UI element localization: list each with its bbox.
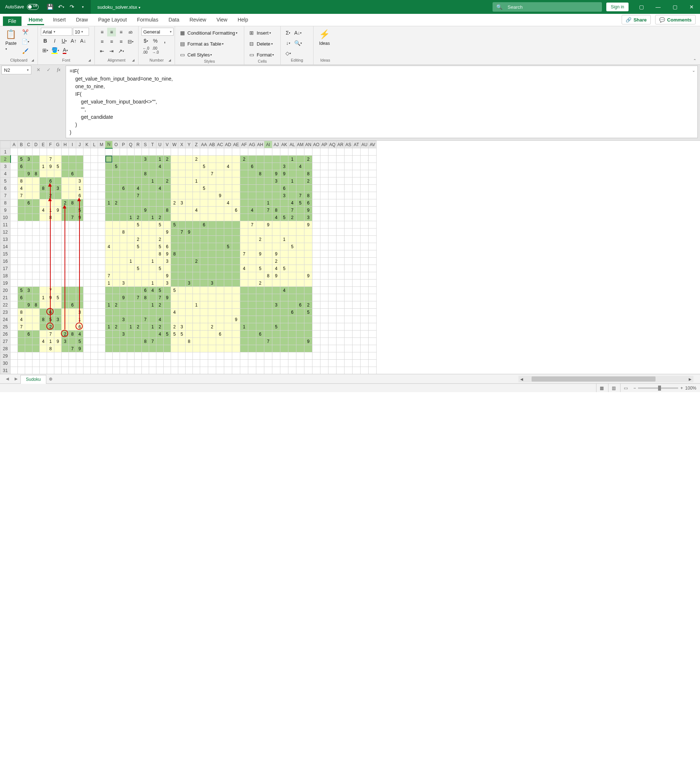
insert-cells-button[interactable]: ⊞Insert ▾ [247, 28, 274, 37]
cell[interactable] [232, 294, 240, 301]
cell[interactable] [11, 178, 18, 185]
cell[interactable] [345, 272, 353, 279]
row-header[interactable]: 29 [0, 352, 11, 360]
cell[interactable] [224, 272, 232, 279]
cell[interactable] [216, 287, 224, 294]
cell[interactable]: 2 [134, 236, 142, 243]
cell[interactable]: 7 [142, 316, 149, 323]
cell[interactable] [142, 178, 149, 185]
cell[interactable] [224, 236, 232, 243]
cell[interactable] [312, 338, 320, 345]
cell[interactable] [312, 214, 320, 221]
cell[interactable] [40, 199, 47, 207]
cell[interactable] [224, 345, 232, 352]
cell[interactable] [98, 148, 105, 156]
cell[interactable] [208, 250, 216, 257]
cell[interactable] [69, 221, 76, 228]
cell[interactable] [120, 207, 127, 214]
cell[interactable] [272, 221, 280, 228]
cell[interactable]: 4 [156, 163, 164, 170]
cell[interactable] [232, 345, 240, 352]
cell[interactable] [83, 338, 91, 345]
cell[interactable] [127, 192, 134, 199]
cell[interactable] [134, 250, 142, 257]
cell[interactable] [164, 170, 171, 178]
cell[interactable] [264, 265, 272, 272]
cell[interactable]: 3 [280, 192, 288, 199]
cell[interactable] [216, 367, 224, 374]
cell[interactable] [156, 228, 164, 236]
cell[interactable]: 3 [305, 214, 312, 221]
cell[interactable] [11, 265, 18, 272]
cell[interactable] [186, 257, 193, 265]
cell[interactable] [62, 367, 69, 374]
cell[interactable] [11, 163, 18, 170]
cell[interactable] [312, 192, 320, 199]
cell[interactable] [232, 287, 240, 294]
col-header[interactable]: H [62, 141, 69, 148]
cell[interactable] [127, 243, 134, 250]
align-middle-icon[interactable]: ≡ [107, 28, 116, 36]
cell[interactable] [25, 265, 33, 272]
cell[interactable] [186, 148, 193, 156]
cell[interactable] [171, 367, 178, 374]
cell[interactable] [216, 214, 224, 221]
cell[interactable] [297, 352, 305, 360]
cell[interactable] [248, 250, 256, 257]
cell[interactable] [305, 294, 312, 301]
font-size-combo[interactable]: 10▾ [73, 28, 89, 36]
cell[interactable] [272, 148, 280, 156]
cell[interactable] [11, 287, 18, 294]
cell[interactable] [178, 250, 186, 257]
cell[interactable] [280, 156, 288, 163]
cell[interactable] [171, 163, 178, 170]
cell[interactable] [224, 192, 232, 199]
cell[interactable] [280, 360, 288, 367]
cell[interactable] [91, 316, 98, 323]
cell[interactable]: 4 [224, 163, 232, 170]
cell[interactable] [361, 272, 369, 279]
cell[interactable] [336, 301, 345, 309]
cell[interactable] [134, 331, 142, 338]
cell[interactable] [345, 148, 353, 156]
cell[interactable] [98, 170, 105, 178]
cell[interactable] [361, 243, 369, 250]
cell[interactable]: 1 [149, 279, 156, 287]
cell[interactable] [98, 250, 105, 257]
cell[interactable] [40, 301, 47, 309]
cell[interactable] [320, 221, 328, 228]
cell[interactable] [224, 287, 232, 294]
cell[interactable] [83, 221, 91, 228]
cell[interactable] [171, 338, 178, 345]
cell[interactable] [200, 272, 208, 279]
col-header[interactable]: AT [353, 141, 361, 148]
col-header[interactable]: AS [345, 141, 353, 148]
cell[interactable] [178, 265, 186, 272]
cell[interactable] [224, 228, 232, 236]
cell[interactable] [336, 294, 345, 301]
col-header[interactable]: AM [297, 141, 305, 148]
cell-styles-button[interactable]: ▭Cell Styles ▾ [178, 50, 238, 59]
cell[interactable] [11, 331, 18, 338]
cell[interactable] [353, 345, 361, 352]
cell[interactable] [33, 250, 40, 257]
cell[interactable] [224, 156, 232, 163]
cell[interactable] [256, 287, 264, 294]
cell[interactable] [208, 185, 216, 192]
cell[interactable] [280, 352, 288, 360]
cell[interactable] [112, 207, 120, 214]
align-right-icon[interactable]: ≡ [117, 37, 125, 46]
cell[interactable] [216, 148, 224, 156]
row-header[interactable]: 20 [0, 287, 11, 294]
cell[interactable] [105, 338, 112, 345]
cell[interactable] [288, 221, 297, 228]
cell[interactable] [361, 257, 369, 265]
cell[interactable] [171, 214, 178, 221]
cell[interactable] [186, 367, 193, 374]
decrease-decimal-icon[interactable]: .00→.0 [151, 46, 160, 55]
cell[interactable]: 2 [156, 214, 164, 221]
copy-icon[interactable]: 📄▾ [20, 37, 30, 46]
cell[interactable] [47, 148, 54, 156]
col-header[interactable]: B [18, 141, 25, 148]
cell[interactable] [54, 345, 62, 352]
